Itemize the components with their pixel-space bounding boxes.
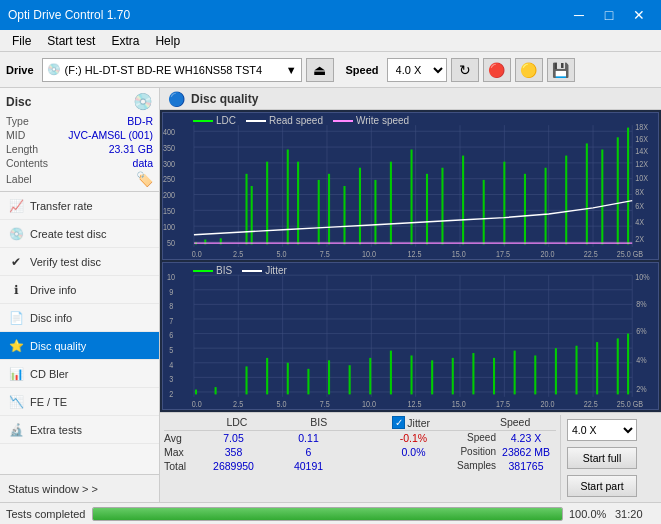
svg-text:6%: 6% bbox=[636, 326, 646, 336]
sidebar-item-disc-info[interactable]: 📄 Disc info bbox=[0, 304, 159, 332]
svg-text:2%: 2% bbox=[636, 384, 646, 394]
ldc-legend-item: LDC bbox=[193, 115, 236, 126]
svg-rect-138 bbox=[555, 348, 557, 394]
svg-text:4: 4 bbox=[169, 360, 174, 370]
sidebar-item-cd-bler[interactable]: 📊 CD Bler bbox=[0, 360, 159, 388]
sidebar-item-transfer-rate[interactable]: 📈 Transfer rate bbox=[0, 192, 159, 220]
svg-rect-131 bbox=[411, 355, 413, 394]
svg-text:2.5: 2.5 bbox=[233, 399, 244, 409]
contents-value: data bbox=[133, 157, 153, 169]
cd-bler-icon: 📊 bbox=[8, 366, 24, 382]
sidebar-item-label: Disc info bbox=[30, 312, 72, 324]
svg-text:4X: 4X bbox=[635, 217, 644, 227]
speed-select[interactable]: 4.0 X 2.0 X 1.0 X bbox=[387, 58, 447, 82]
menu-help[interactable]: Help bbox=[147, 32, 188, 50]
svg-text:6X: 6X bbox=[635, 202, 644, 212]
svg-text:20.0: 20.0 bbox=[540, 249, 555, 259]
menu-file[interactable]: File bbox=[4, 32, 39, 50]
titlebar-title: Opti Drive Control 1.70 bbox=[8, 8, 130, 22]
menu-start-test[interactable]: Start test bbox=[39, 32, 103, 50]
label-icon[interactable]: 🏷️ bbox=[136, 171, 153, 187]
titlebar: Opti Drive Control 1.70 ─ □ ✕ bbox=[0, 0, 661, 30]
minimize-button[interactable]: ─ bbox=[565, 4, 593, 26]
svg-text:7: 7 bbox=[169, 316, 173, 326]
chart1-legend: LDC Read speed Write speed bbox=[193, 115, 409, 126]
col-header-bis: BIS bbox=[278, 416, 360, 429]
svg-rect-124 bbox=[266, 358, 268, 395]
avg-speed: 4.23 X bbox=[496, 432, 556, 444]
content-area: 🔵 Disc quality LDC Read speed bbox=[160, 88, 661, 502]
mid-label: MID bbox=[6, 129, 25, 141]
sidebar-item-label: Transfer rate bbox=[30, 200, 93, 212]
svg-rect-71 bbox=[586, 143, 588, 244]
sidebar-item-label: Create test disc bbox=[30, 228, 106, 240]
svg-rect-123 bbox=[246, 366, 248, 394]
svg-rect-56 bbox=[318, 180, 320, 244]
write-speed-legend-item: Write speed bbox=[333, 115, 409, 126]
sidebar-item-verify-test-disc[interactable]: ✔ Verify test disc bbox=[0, 248, 159, 276]
read-speed-legend-label: Read speed bbox=[269, 115, 323, 126]
svg-rect-58 bbox=[343, 186, 345, 244]
sidebar-item-label: Verify test disc bbox=[30, 256, 101, 268]
save-button[interactable]: 💾 bbox=[547, 58, 575, 82]
speed-label: Speed bbox=[346, 64, 379, 76]
create-disc-icon: 💿 bbox=[8, 226, 24, 242]
svg-text:8X: 8X bbox=[635, 187, 644, 197]
ldc-chart: LDC Read speed Write speed bbox=[162, 112, 659, 260]
drive-select[interactable]: 💿 (F:) HL-DT-ST BD-RE WH16NS58 TST4 ▼ bbox=[42, 58, 302, 82]
progress-bar-container bbox=[92, 507, 563, 521]
extra-tests-icon: 🔬 bbox=[8, 422, 24, 438]
maximize-button[interactable]: □ bbox=[595, 4, 623, 26]
jitter-legend-label: Jitter bbox=[265, 265, 287, 276]
jitter-checkbox[interactable]: ✓ bbox=[392, 416, 405, 429]
avg-bis: 0.11 bbox=[271, 432, 346, 444]
read-speed-legend-item: Read speed bbox=[246, 115, 323, 126]
sidebar-item-disc-quality[interactable]: ⭐ Disc quality bbox=[0, 332, 159, 360]
svg-text:5.0: 5.0 bbox=[276, 249, 287, 259]
color-button-red[interactable]: 🔴 bbox=[483, 58, 511, 82]
verify-disc-icon: ✔ bbox=[8, 254, 24, 270]
svg-rect-136 bbox=[514, 351, 516, 395]
disc-icon[interactable]: 💿 bbox=[133, 92, 153, 111]
sidebar-item-create-test-disc[interactable]: 💿 Create test disc bbox=[0, 220, 159, 248]
sidebar-item-label: Disc quality bbox=[30, 340, 86, 352]
status-window[interactable]: Status window > > bbox=[0, 474, 159, 502]
sidebar-item-fe-te[interactable]: 📉 FE / TE bbox=[0, 388, 159, 416]
sidebar-item-extra-tests[interactable]: 🔬 Extra tests bbox=[0, 416, 159, 444]
svg-text:22.5: 22.5 bbox=[584, 399, 599, 409]
sidebar: Disc 💿 Type BD-R MID JVC-AMS6L (001) Len… bbox=[0, 88, 160, 502]
svg-rect-132 bbox=[431, 360, 433, 394]
svg-rect-74 bbox=[627, 128, 629, 245]
svg-rect-72 bbox=[601, 150, 603, 245]
svg-rect-55 bbox=[297, 162, 299, 245]
content-title: Disc quality bbox=[191, 92, 258, 106]
menubar: File Start test Extra Help bbox=[0, 30, 661, 52]
speed-dropdown[interactable]: 4.0 X 2.0 X bbox=[567, 419, 637, 441]
svg-text:12.5: 12.5 bbox=[407, 399, 422, 409]
color-button-yellow[interactable]: 🟡 bbox=[515, 58, 543, 82]
disc-quality-icon: ⭐ bbox=[8, 338, 24, 354]
eject-button[interactable]: ⏏ bbox=[306, 58, 334, 82]
total-jitter bbox=[376, 460, 451, 472]
svg-text:20.0: 20.0 bbox=[540, 399, 555, 409]
svg-rect-133 bbox=[452, 358, 454, 395]
start-part-button[interactable]: Start part bbox=[567, 475, 637, 497]
sidebar-item-drive-info[interactable]: ℹ Drive info bbox=[0, 276, 159, 304]
menu-extra[interactable]: Extra bbox=[103, 32, 147, 50]
svg-text:12X: 12X bbox=[635, 159, 648, 169]
progress-percent: 100.0% bbox=[569, 508, 609, 520]
mid-value: JVC-AMS6L (001) bbox=[68, 129, 153, 141]
svg-text:150: 150 bbox=[163, 206, 176, 216]
start-full-button[interactable]: Start full bbox=[567, 447, 637, 469]
drive-value: (F:) HL-DT-ST BD-RE WH16NS58 TST4 bbox=[65, 64, 263, 76]
close-button[interactable]: ✕ bbox=[625, 4, 653, 26]
content-header: 🔵 Disc quality bbox=[160, 88, 661, 110]
sidebar-item-label: FE / TE bbox=[30, 396, 67, 408]
svg-rect-135 bbox=[493, 358, 495, 395]
jitter-label: Jitter bbox=[407, 417, 430, 429]
speed-label-avg: Speed bbox=[451, 432, 496, 444]
refresh-button[interactable]: ↻ bbox=[451, 58, 479, 82]
svg-rect-129 bbox=[369, 358, 371, 395]
svg-text:10: 10 bbox=[167, 272, 176, 282]
sidebar-menu: 📈 Transfer rate 💿 Create test disc ✔ Ver… bbox=[0, 192, 159, 474]
